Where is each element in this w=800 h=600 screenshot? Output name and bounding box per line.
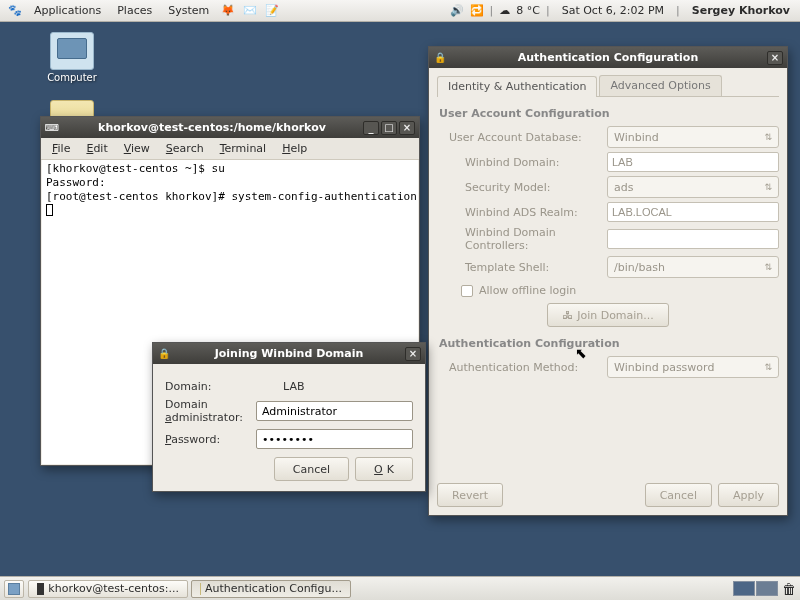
chevron-updown-icon: ⇅ (764, 182, 772, 192)
input-join-admin[interactable] (256, 401, 413, 421)
join-cancel-button[interactable]: Cancel (274, 457, 349, 481)
top-panel: 🐾 Applications Places System 🦊 ✉️ 📝 🔊 🔁 … (0, 0, 800, 22)
bottom-panel: khorkov@test-centos:... Authentication C… (0, 576, 800, 600)
join-icon: 🖧 (562, 309, 573, 322)
revert-button[interactable]: Revert (437, 483, 503, 507)
combo-template-shell[interactable]: /bin/bash⇅ (607, 256, 779, 278)
join-titlebar[interactable]: 🔒 Joining Winbind Domain × (153, 343, 425, 364)
tab-advanced[interactable]: Advanced Options (599, 75, 721, 96)
auth-title: Authentication Configuration (451, 51, 765, 64)
input-ads-realm[interactable] (607, 202, 779, 222)
auth-titlebar[interactable]: 🔒 Authentication Configuration × (429, 47, 787, 68)
join-domain-dialog: 🔒 Joining Winbind Domain × Domain: LAB D… (152, 342, 426, 492)
input-domain-controllers[interactable] (607, 229, 779, 249)
cancel-button[interactable]: Cancel (645, 483, 712, 507)
chevron-updown-icon: ⇅ (764, 132, 772, 142)
chevron-updown-icon: ⇅ (764, 362, 772, 372)
user-menu[interactable]: Sergey Khorkov (686, 4, 796, 17)
terminal-menu-terminal[interactable]: Terminal (213, 140, 274, 157)
mail-icon[interactable]: ✉️ (241, 2, 259, 20)
value-join-domain: LAB (283, 380, 304, 393)
notes-icon[interactable]: 📝 (263, 2, 281, 20)
terminal-cursor (46, 204, 53, 216)
checkbox-allow-offline[interactable] (461, 285, 473, 297)
label-join-domain: Domain: (165, 380, 283, 393)
lock-icon (200, 583, 201, 595)
label-join-admin: Domain administrator: (165, 398, 256, 424)
terminal-titlebar[interactable]: ⌨ khorkov@test-centos:/home/khorkov _ □ … (41, 117, 419, 138)
firefox-icon[interactable]: 🦊 (219, 2, 237, 20)
maximize-button[interactable]: □ (381, 121, 397, 135)
apply-button[interactable]: Apply (718, 483, 779, 507)
menu-applications[interactable]: Applications (26, 2, 109, 19)
terminal-icon (37, 583, 44, 595)
combo-auth-method[interactable]: Winbind password⇅ (607, 356, 779, 378)
desktop-icon (8, 583, 20, 595)
chevron-updown-icon: ⇅ (764, 262, 772, 272)
input-join-password[interactable] (256, 429, 413, 449)
trash-icon[interactable]: 🗑 (782, 581, 796, 597)
network-icon[interactable]: 🔁 (470, 4, 484, 17)
lock-icon: 🔒 (433, 51, 447, 65)
volume-icon[interactable]: 🔊 (450, 4, 464, 17)
terminal-content: [khorkov@test-centos ~]$ su Password: [r… (46, 162, 417, 203)
terminal-menu-edit[interactable]: Edit (79, 140, 114, 157)
weather-temp: 8 °C (516, 4, 540, 17)
workspace-1[interactable] (733, 581, 755, 596)
gnome-foot-icon: 🐾 (6, 2, 24, 20)
label-security-model: Security Model: (437, 181, 607, 194)
terminal-menu-search[interactable]: Search (159, 140, 211, 157)
close-button[interactable]: × (399, 121, 415, 135)
computer-icon (50, 32, 94, 70)
lock-icon: 🔒 (157, 347, 171, 361)
weather-icon[interactable]: ☁ (499, 4, 510, 17)
clock[interactable]: Sat Oct 6, 2:02 PM (556, 4, 670, 17)
system-tray: 🔊 🔁 | ☁ 8 °C | Sat Oct 6, 2:02 PM | Serg… (450, 4, 796, 17)
workspace-pager[interactable] (733, 581, 778, 596)
input-winbind-domain[interactable] (607, 152, 779, 172)
terminal-menu-help[interactable]: Help (275, 140, 314, 157)
minimize-button[interactable]: _ (363, 121, 379, 135)
terminal-menu-file[interactable]: File (45, 140, 77, 157)
terminal-menu-view[interactable]: View (117, 140, 157, 157)
auth-config-window: 🔒 Authentication Configuration × Identit… (428, 46, 788, 516)
label-template-shell: Template Shell: (437, 261, 607, 274)
combo-database[interactable]: Winbind⇅ (607, 126, 779, 148)
show-desktop-button[interactable] (4, 580, 24, 598)
label-allow-offline: Allow offline login (479, 284, 576, 297)
desktop-icon-label: Computer (40, 72, 104, 83)
close-button[interactable]: × (767, 51, 783, 65)
workspace-2[interactable] (756, 581, 778, 596)
tab-identity[interactable]: Identity & Authentication (437, 76, 597, 97)
auth-tabs: Identity & Authentication Advanced Optio… (437, 75, 779, 97)
section-user-account: User Account Configuration (439, 107, 779, 120)
label-ads-realm: Winbind ADS Realm: (437, 206, 607, 219)
taskbar-item-terminal[interactable]: khorkov@test-centos:... (28, 580, 188, 598)
terminal-icon: ⌨ (45, 121, 59, 135)
close-button[interactable]: × (405, 347, 421, 361)
combo-security-model[interactable]: ads⇅ (607, 176, 779, 198)
terminal-title: khorkov@test-centos:/home/khorkov (63, 121, 361, 134)
menu-system[interactable]: System (160, 2, 217, 19)
join-ok-button[interactable]: OK (355, 457, 413, 481)
label-auth-method: Authentication Method: (437, 361, 607, 374)
taskbar-item-auth[interactable]: Authentication Configu... (191, 580, 351, 598)
label-domain-controllers: Winbind Domain Controllers: (437, 226, 607, 252)
label-domain: Winbind Domain: (437, 156, 607, 169)
menu-places[interactable]: Places (109, 2, 160, 19)
section-auth-config: Authentication Configuration (439, 337, 779, 350)
label-db: User Account Database: (437, 131, 607, 144)
terminal-menubar: File Edit View Search Terminal Help (41, 138, 419, 160)
label-join-password: Password: (165, 433, 256, 446)
join-domain-button[interactable]: 🖧 Join Domain... (547, 303, 669, 327)
join-title: Joining Winbind Domain (175, 347, 403, 360)
desktop-icon-computer[interactable]: Computer (40, 32, 104, 83)
